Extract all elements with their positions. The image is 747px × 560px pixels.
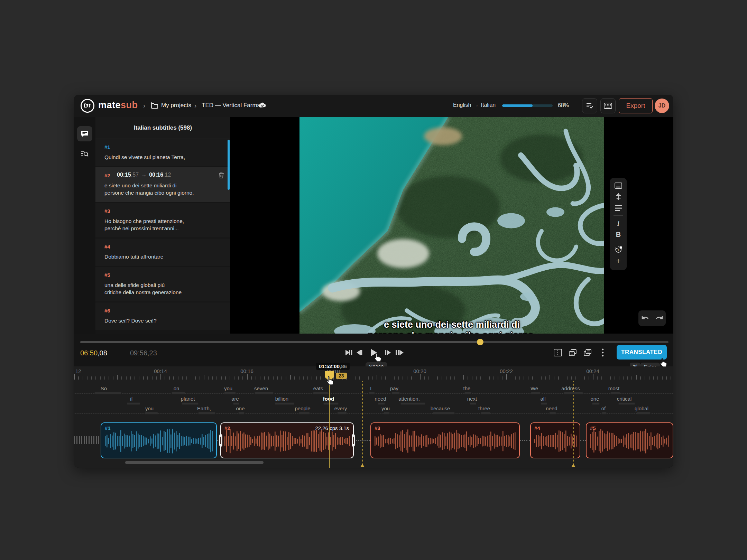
duplicate-view-button[interactable] bbox=[567, 347, 579, 358]
audio-clip-2[interactable]: #222.26 cps 3.1s bbox=[220, 422, 354, 458]
subtitle-text-line[interactable]: Ho bisogno che presti attenzione, bbox=[104, 217, 223, 225]
word-timing-bar[interactable] bbox=[255, 392, 274, 394]
skip-forward-button[interactable] bbox=[394, 347, 405, 358]
video-seek-bar[interactable] bbox=[80, 341, 668, 343]
subtitle-timecodes[interactable]: 00:15,57→00:16,12 bbox=[117, 172, 171, 178]
breadcrumb-my-projects[interactable]: My projects bbox=[161, 102, 191, 109]
timeline-word[interactable]: We bbox=[531, 385, 538, 391]
subtitle-position-button[interactable] bbox=[614, 181, 622, 190]
timeline-word[interactable]: address bbox=[561, 385, 580, 391]
timeline-word[interactable]: on bbox=[174, 385, 179, 391]
timeline-word[interactable]: food bbox=[323, 396, 334, 402]
word-timing-bar[interactable] bbox=[618, 402, 635, 405]
brand-name[interactable]: matesub bbox=[98, 100, 138, 111]
timeline-word[interactable]: people bbox=[295, 405, 310, 411]
word-timing-bar[interactable] bbox=[464, 392, 471, 394]
word-timing-bar[interactable] bbox=[391, 392, 400, 394]
word-timing-bar[interactable] bbox=[564, 392, 583, 394]
word-timing-bar[interactable] bbox=[384, 412, 390, 414]
subtitle-text-line[interactable]: critiche della nostra generazione bbox=[104, 289, 223, 296]
trim-handle-left[interactable] bbox=[219, 434, 222, 447]
breadcrumb-project[interactable]: TED — Vertical Farms bbox=[202, 102, 260, 109]
word-timing-bar[interactable] bbox=[337, 412, 347, 414]
subtitle-item[interactable]: #3Ho bisogno che presti attenzione,perch… bbox=[95, 203, 230, 237]
word-timing-bar[interactable] bbox=[145, 412, 158, 414]
split-view-button[interactable] bbox=[552, 347, 564, 358]
timeline-word[interactable]: if bbox=[130, 396, 133, 402]
italic-button[interactable]: I bbox=[614, 219, 622, 227]
timeline-word[interactable]: next bbox=[467, 396, 477, 402]
subtitle-item[interactable]: #5una delle sfide globali piùcritiche de… bbox=[95, 267, 230, 301]
subtitle-item[interactable]: #6Dove sei!? Dove sei!? bbox=[95, 302, 230, 330]
word-timing-bar[interactable] bbox=[610, 392, 620, 394]
timeline-word[interactable]: I bbox=[370, 385, 371, 391]
subtitle-item[interactable]: #4Dobbiamo tutti affrontare bbox=[95, 239, 230, 266]
word-timing-bar[interactable] bbox=[369, 392, 375, 394]
subtitle-list-scrollbar[interactable] bbox=[228, 140, 230, 190]
timeline-word[interactable]: need bbox=[546, 405, 557, 411]
keyboard-shortcuts-button[interactable] bbox=[600, 98, 616, 113]
word-timing-bar[interactable] bbox=[94, 392, 121, 394]
subtitle-item[interactable]: #1Quindi se vivete sul pianeta Terra, bbox=[95, 139, 230, 166]
timeline-word[interactable]: So bbox=[101, 385, 107, 391]
search-subtitles-button[interactable] bbox=[77, 147, 92, 162]
subtitle-text-line[interactable]: Quindi se vivete sul pianeta Terra, bbox=[104, 153, 223, 161]
subtitle-item[interactable]: #200:15,57→00:16,12e siete uno dei sette… bbox=[95, 167, 230, 202]
subtitle-text-line[interactable]: Dobbiamo tutti affrontare bbox=[104, 253, 223, 260]
audio-clip-5[interactable]: #5 bbox=[586, 422, 673, 458]
timeline-ruler[interactable]: 1200:1400:1600:1800:2000:2200:24 bbox=[74, 366, 673, 380]
timeline-word[interactable]: three bbox=[478, 405, 490, 411]
word-timing-bar[interactable] bbox=[541, 402, 547, 405]
subtitles-tab-button[interactable] bbox=[77, 126, 92, 141]
word-timing-bar[interactable] bbox=[224, 392, 236, 394]
timeline-word[interactable]: seven bbox=[254, 385, 268, 391]
audio-clip-3[interactable]: #3 bbox=[370, 422, 520, 458]
skip-back-button[interactable] bbox=[343, 347, 354, 358]
word-timing-bar[interactable] bbox=[313, 392, 328, 394]
trim-handle-right[interactable] bbox=[352, 434, 355, 447]
comments-button[interactable]: 1 bbox=[614, 246, 622, 254]
add-style-button[interactable]: + bbox=[614, 257, 622, 265]
timeline-word[interactable]: you bbox=[381, 405, 390, 411]
word-timing-bar[interactable] bbox=[198, 412, 215, 414]
timeline-word[interactable]: planet bbox=[181, 396, 195, 402]
word-timing-bar[interactable] bbox=[233, 402, 239, 405]
timeline-word[interactable]: need bbox=[375, 396, 386, 402]
word-timing-bar[interactable] bbox=[323, 402, 339, 405]
timeline-word[interactable]: global bbox=[635, 405, 648, 411]
timeline-word[interactable]: attention, bbox=[398, 396, 420, 402]
word-timing-bar[interactable] bbox=[549, 412, 556, 414]
timeline-word[interactable]: all bbox=[540, 396, 545, 402]
timeline-word[interactable]: because bbox=[431, 405, 450, 411]
word-timing-bar[interactable] bbox=[378, 402, 385, 405]
timeline-word[interactable]: you bbox=[145, 405, 154, 411]
subtitle-check-button[interactable] bbox=[582, 98, 597, 113]
word-timing-bar[interactable] bbox=[238, 412, 245, 414]
delete-subtitle-icon[interactable] bbox=[219, 172, 224, 179]
previous-frame-button[interactable] bbox=[353, 347, 365, 358]
subtitle-text-line[interactable]: e siete uno dei sette miliardi di bbox=[104, 182, 223, 189]
word-timing-bar[interactable] bbox=[127, 402, 140, 405]
timeline-word[interactable]: of bbox=[601, 405, 606, 411]
redo-icon[interactable] bbox=[655, 315, 664, 321]
timeline-word[interactable]: pay bbox=[390, 385, 398, 391]
audio-clip-1[interactable]: #1 bbox=[101, 422, 217, 458]
timeline-word[interactable]: every bbox=[334, 405, 347, 411]
matesub-logo-icon[interactable] bbox=[80, 99, 95, 113]
undo-icon[interactable] bbox=[641, 315, 650, 321]
word-timing-bar[interactable] bbox=[602, 412, 607, 414]
seek-knob[interactable] bbox=[477, 339, 483, 345]
timeline-word[interactable]: billion bbox=[275, 396, 288, 402]
word-timing-bar[interactable] bbox=[182, 402, 199, 405]
video-player-area[interactable]: e siete uno dei sette miliardi di person… bbox=[230, 117, 673, 334]
bold-button[interactable]: B bbox=[614, 230, 622, 239]
word-timing-bar[interactable] bbox=[400, 402, 425, 405]
timeline-word[interactable]: one bbox=[590, 396, 599, 402]
subtitle-text-line[interactable]: persone che mangia cibo ogni giorno. bbox=[104, 189, 223, 196]
timeline-word[interactable]: the bbox=[463, 385, 471, 391]
subtitle-text-line[interactable]: Dove sei!? Dove sei!? bbox=[104, 317, 223, 324]
word-timing-bar[interactable] bbox=[299, 412, 310, 414]
word-timing-bar[interactable] bbox=[275, 402, 294, 405]
word-timing-bar[interactable] bbox=[637, 412, 651, 414]
timeline-word[interactable]: are bbox=[231, 396, 239, 402]
